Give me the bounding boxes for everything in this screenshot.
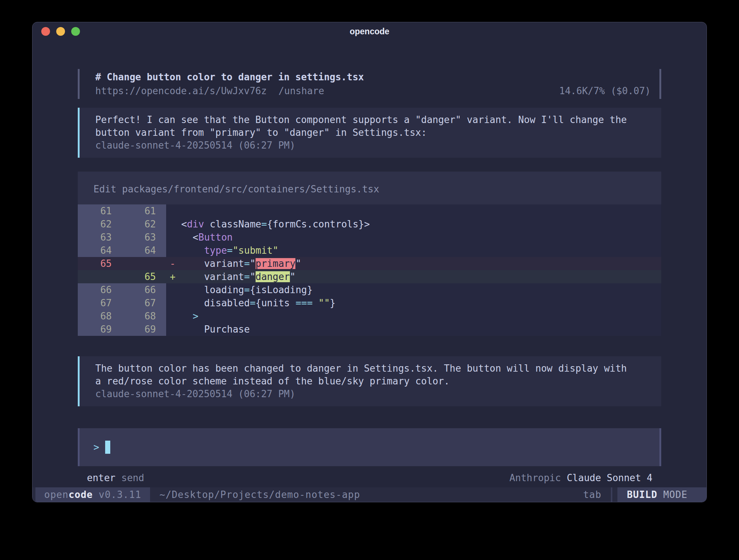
diff-line-number-old: 67 bbox=[78, 296, 122, 310]
diff-line-number-old bbox=[78, 270, 122, 283]
diff-line-number-old: 64 bbox=[78, 244, 122, 257]
diff-code-line bbox=[166, 204, 661, 218]
opencode-window: opencode # Change button color to danger… bbox=[32, 22, 707, 502]
statusbar: opencodev0.3.11 ~/Desktop/Projects/demo-… bbox=[32, 487, 707, 502]
diff-row: 6969 Purchase bbox=[78, 323, 661, 336]
diff-row: 6666 loading={isLoading} bbox=[78, 283, 661, 296]
titlebar: opencode bbox=[32, 22, 707, 41]
tab-key-hint: tab bbox=[583, 489, 601, 500]
diff-row: 6161 bbox=[78, 204, 661, 218]
diff-code-line: + variant="danger" bbox=[166, 270, 661, 283]
diff-row: 6262 <div className={formCs.controls}> bbox=[78, 218, 661, 231]
session-header: # Change button color to danger in setti… bbox=[78, 69, 661, 99]
assistant-message: The button color has been changed to dan… bbox=[78, 356, 661, 406]
prompt-symbol: > bbox=[93, 442, 99, 453]
diff-code-line: type="submit" bbox=[166, 244, 661, 257]
diff-code-line: Purchase bbox=[166, 323, 661, 336]
send-key-hint: entersend bbox=[87, 471, 144, 484]
edit-tool-panel: Edit packages/frontend/src/containers/Se… bbox=[78, 172, 661, 336]
diff-row: 6767 disabled={units === ""} bbox=[78, 296, 661, 310]
model-label: Claude Sonnet 4 bbox=[567, 472, 652, 483]
mode-mode-label: MODE bbox=[663, 489, 688, 500]
diff-row: 65+ variant="danger" bbox=[78, 270, 661, 283]
diff-row: 6868 > bbox=[78, 310, 661, 323]
unshare-command: /unshare bbox=[279, 85, 324, 96]
diff-line-number-new: 67 bbox=[122, 296, 166, 310]
diff-code-line: disabled={units === ""} bbox=[166, 296, 661, 310]
model-indicator: AnthropicClaude Sonnet 4 bbox=[509, 471, 652, 484]
session-title: # Change button color to danger in setti… bbox=[95, 70, 651, 84]
diff-code-line: <Button bbox=[166, 231, 661, 244]
diff-line-number-new: 69 bbox=[122, 323, 166, 336]
message-text: Perfect! I can see that the Button compo… bbox=[95, 114, 661, 139]
edit-file-header: Edit packages/frontend/src/containers/Se… bbox=[78, 183, 661, 196]
diff-code-line: - variant="primary" bbox=[166, 257, 661, 270]
diff-line-number-new: 61 bbox=[122, 204, 166, 218]
token-usage: 14.6K/7% ($0.07) bbox=[559, 84, 651, 98]
diff-rows: 61616262 <div className={formCs.controls… bbox=[78, 204, 661, 336]
mode-build-label: BUILD bbox=[627, 489, 657, 500]
diff-line-number-old: 63 bbox=[78, 231, 122, 244]
session-meta-row: https://opencode.ai/s/UwJxv76z/unshare 1… bbox=[95, 84, 651, 98]
text-cursor bbox=[105, 441, 110, 454]
working-directory: ~/Desktop/Projects/demo-notes-app bbox=[160, 489, 360, 500]
diff-line-number-new: 65 bbox=[122, 270, 166, 283]
diff-line-number-new: 62 bbox=[122, 218, 166, 231]
session-share-url[interactable]: https://opencode.ai/s/UwJxv76z bbox=[95, 85, 267, 96]
diff-line-number-old: 62 bbox=[78, 218, 122, 231]
provider-label: Anthropic bbox=[509, 472, 561, 483]
diff-line-number-old: 65 bbox=[78, 257, 122, 270]
app-version-chip: opencodev0.3.11 bbox=[35, 487, 150, 502]
mode-indicator[interactable]: BUILDMODE bbox=[617, 487, 707, 502]
diff-line-number-new: 63 bbox=[122, 231, 166, 244]
message-model-info: claude-sonnet-4-20250514 (06:27 PM) bbox=[95, 139, 661, 152]
main-content: # Change button color to danger in setti… bbox=[78, 69, 661, 484]
send-action-label: send bbox=[121, 472, 144, 483]
diff-line-number-new bbox=[122, 257, 166, 270]
app-name-code: code bbox=[69, 489, 93, 500]
message-model-info: claude-sonnet-4-20250514 (06:27 PM) bbox=[95, 388, 661, 400]
assistant-message: Perfect! I can see that the Button compo… bbox=[78, 108, 661, 158]
diff-row: 65- variant="primary" bbox=[78, 257, 661, 270]
app-version: v0.3.11 bbox=[99, 489, 141, 500]
diff-row: 6363 <Button bbox=[78, 231, 661, 244]
message-text: The button color has been changed to dan… bbox=[95, 362, 661, 388]
diff-line-number-new: 66 bbox=[122, 283, 166, 296]
statusbar-divider bbox=[611, 487, 612, 502]
app-name-open: open bbox=[44, 489, 69, 500]
diff-row: 6464 type="submit" bbox=[78, 244, 661, 257]
diff-line-number-old: 68 bbox=[78, 310, 122, 323]
diff-code-line: loading={isLoading} bbox=[166, 283, 661, 296]
diff-line-number-new: 64 bbox=[122, 244, 166, 257]
window-title: opencode bbox=[32, 22, 707, 41]
prompt-input[interactable]: > bbox=[78, 428, 661, 466]
statusbar-spacer bbox=[360, 487, 583, 502]
diff-line-number-old: 61 bbox=[78, 204, 122, 218]
share-info: https://opencode.ai/s/UwJxv76z/unshare bbox=[95, 84, 324, 98]
hints-row: entersend AnthropicClaude Sonnet 4 bbox=[78, 471, 661, 484]
diff-line-number-old: 66 bbox=[78, 283, 122, 296]
diff-code-line: <div className={formCs.controls}> bbox=[166, 218, 661, 231]
diff-line-number-old: 69 bbox=[78, 323, 122, 336]
diff-code-line: > bbox=[166, 310, 661, 323]
enter-key-label: enter bbox=[87, 472, 115, 483]
diff-line-number-new: 68 bbox=[122, 310, 166, 323]
